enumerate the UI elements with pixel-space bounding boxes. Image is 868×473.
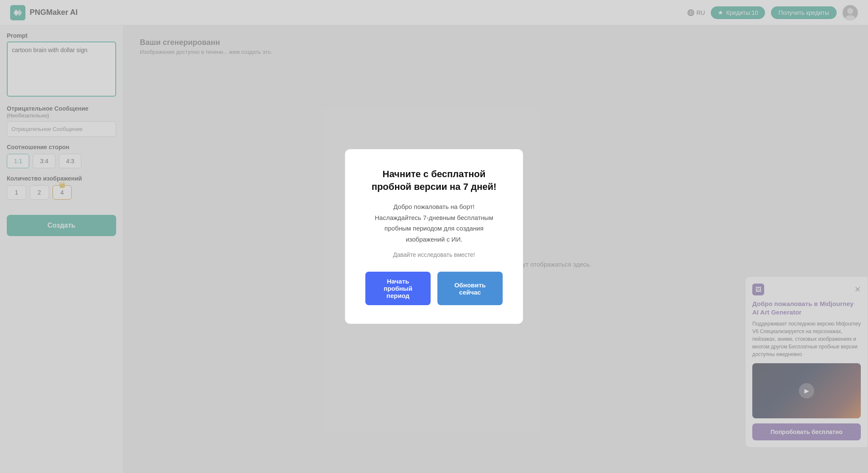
upgrade-now-button[interactable]: Обновить сейчас (437, 272, 503, 305)
modal-body: Добро пожаловать на борт! Наслаждайтесь … (365, 201, 503, 245)
modal-title: Начните с бесплатной пробной версии на 7… (365, 168, 503, 193)
modal-tagline: Давайте исследовать вместе! (365, 251, 503, 258)
modal-buttons: Начать пробный период Обновить сейчас (365, 272, 503, 305)
modal-overlay: Начните с бесплатной пробной версии на 7… (0, 0, 868, 473)
modal: Начните с бесплатной пробной версии на 7… (345, 149, 523, 324)
start-trial-button[interactable]: Начать пробный период (365, 272, 431, 305)
